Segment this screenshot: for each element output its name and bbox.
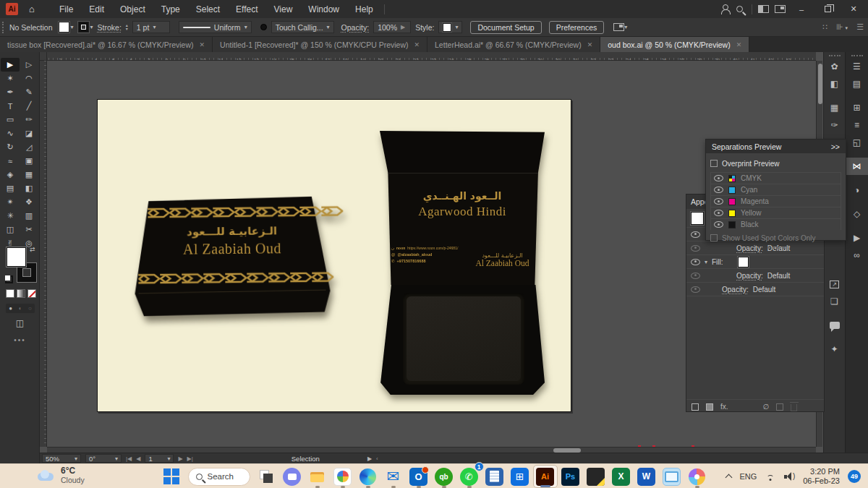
- restore-button[interactable]: [817, 0, 838, 18]
- default-fill-stroke-icon[interactable]: [4, 275, 13, 283]
- actions-panel-icon[interactable]: ▶: [846, 229, 868, 247]
- rectangle-tool[interactable]: ▭: [1, 113, 20, 127]
- none-button[interactable]: [27, 289, 36, 298]
- taskbar-movies-tv[interactable]: [660, 465, 684, 488]
- brushes-panel-icon[interactable]: ✑: [824, 116, 845, 134]
- taskbar-illustrator[interactable]: Ai: [533, 465, 558, 488]
- add-new-fill-icon[interactable]: [706, 403, 713, 411]
- menu-select[interactable]: Select: [188, 0, 228, 18]
- fill-color-swatch[interactable]: [738, 257, 749, 267]
- gradient-tool[interactable]: ◧: [20, 181, 38, 195]
- line-segment-tool[interactable]: ╱: [20, 99, 38, 113]
- visibility-eye-icon[interactable]: [691, 259, 700, 265]
- selection-tool[interactable]: ▶: [1, 58, 20, 72]
- properties-panel-icon[interactable]: ☰: [846, 58, 868, 75]
- opacity-link[interactable]: Opacity:: [736, 272, 763, 280]
- taskbar-calculator[interactable]: [482, 465, 507, 488]
- taskbar-store[interactable]: ⊞: [508, 465, 532, 488]
- document-setup-button[interactable]: Document Setup: [470, 21, 541, 34]
- status-back-icon[interactable]: ‹: [376, 455, 378, 462]
- align-glyphs-icon[interactable]: ⊪ ▾: [836, 22, 848, 32]
- menu-effect[interactable]: Effect: [228, 0, 265, 18]
- close-tab-icon[interactable]: ✕: [587, 41, 593, 48]
- volume-icon[interactable]: ): [784, 472, 795, 481]
- shaper-tool[interactable]: ∿: [1, 127, 20, 140]
- opacity-dropdown[interactable]: 100%▶: [373, 21, 411, 33]
- opacity-label[interactable]: Opacity:: [341, 23, 370, 32]
- stroke-weight-stepper[interactable]: ▴▾: [126, 24, 128, 31]
- wifi-icon[interactable]: [765, 472, 776, 481]
- artboards-panel-icon[interactable]: ⊞: [846, 99, 868, 116]
- magic-wand-panel-icon[interactable]: ✦: [824, 341, 845, 358]
- gradient-button[interactable]: [17, 289, 25, 298]
- screen-mode-icon[interactable]: ◫: [0, 318, 40, 328]
- vertical-scrollbar-thumb[interactable]: [818, 64, 822, 104]
- taskbar-excel[interactable]: X: [609, 465, 634, 488]
- artboard-tool[interactable]: ◫: [1, 223, 20, 236]
- control-bar-menu-icon[interactable]: ☰: [856, 22, 864, 32]
- menu-view[interactable]: View: [266, 0, 301, 18]
- visibility-eye-icon[interactable]: [691, 273, 700, 279]
- overprint-preview-checkbox[interactable]: [710, 160, 718, 167]
- minimize-button[interactable]: –: [791, 0, 812, 18]
- horizontal-ruler[interactable]: 1234567891011121314151617181920212223242…: [40, 52, 816, 61]
- slice-tool[interactable]: ✂: [20, 223, 38, 236]
- taskbar-file-explorer[interactable]: [305, 465, 330, 488]
- panel-resize-grip[interactable]: [767, 247, 785, 249]
- stroke-label[interactable]: Stroke:: [98, 23, 122, 32]
- tab-oud-box[interactable]: oud box.ai @ 50 % (CMYK/Preview)✕: [600, 37, 749, 52]
- previous-artboard-icon[interactable]: ◀: [136, 455, 140, 462]
- pathfinder-panel-icon[interactable]: ◱: [846, 134, 868, 151]
- separation-eye-icon[interactable]: [714, 187, 723, 193]
- artboard-number-dropdown[interactable]: 1▾: [145, 454, 174, 463]
- menu-help[interactable]: Help: [347, 0, 381, 18]
- taskbar-paint[interactable]: [685, 465, 710, 488]
- menu-type[interactable]: Type: [153, 0, 188, 18]
- style-dropdown[interactable]: ▾: [438, 21, 462, 33]
- stroke-color-dropdown[interactable]: ▾: [78, 22, 93, 33]
- direct-selection-tool[interactable]: ▷: [20, 58, 38, 72]
- preferences-button[interactable]: Preferences: [549, 21, 605, 34]
- rotate-tool[interactable]: ↻: [1, 140, 20, 154]
- shape-builder-tool[interactable]: ◈: [1, 168, 20, 181]
- taskbar-quickbooks[interactable]: qb: [432, 465, 456, 488]
- separation-eye-icon[interactable]: [714, 198, 723, 205]
- dock-grip[interactable]: [829, 55, 841, 56]
- taskbar-outlook[interactable]: O: [407, 465, 431, 488]
- close-tab-icon[interactable]: ✕: [736, 41, 742, 48]
- curvature-tool[interactable]: ✎: [20, 85, 38, 99]
- add-new-stroke-icon[interactable]: [692, 403, 699, 411]
- export-panel-icon[interactable]: ↗: [824, 275, 845, 293]
- spot-colors-only-checkbox[interactable]: [710, 234, 718, 241]
- comments-panel-icon[interactable]: [824, 317, 845, 334]
- asset-export-panel-icon[interactable]: ❏: [824, 293, 845, 310]
- taskbar-start-button[interactable]: [159, 465, 184, 488]
- close-tab-icon[interactable]: ✕: [200, 41, 205, 48]
- account-icon[interactable]: [720, 4, 731, 14]
- eraser-tool[interactable]: ◪: [20, 127, 38, 140]
- visibility-eye-icon[interactable]: [691, 231, 700, 238]
- swap-fill-stroke-icon[interactable]: ⇄: [30, 246, 35, 253]
- column-graph-tool[interactable]: ▥: [20, 209, 38, 223]
- swatches-panel-icon[interactable]: ▦: [824, 99, 845, 116]
- status-expand-icon[interactable]: ▶: [367, 455, 372, 462]
- hidden-icons-chevron[interactable]: [726, 474, 733, 481]
- first-artboard-icon[interactable]: |◀: [126, 455, 132, 462]
- menu-window[interactable]: Window: [300, 0, 347, 18]
- home-icon[interactable]: ⌂: [22, 4, 41, 14]
- magic-wand-tool[interactable]: ✶: [1, 72, 20, 85]
- search-icon[interactable]: [736, 6, 743, 12]
- clear-appearance-icon[interactable]: ∅: [763, 403, 770, 411]
- illustrator-app-icon[interactable]: Ai: [6, 3, 18, 15]
- taskbar-sticky-notes[interactable]: [584, 465, 608, 488]
- taskbar-mail[interactable]: ✉: [381, 465, 406, 488]
- mesh-tool[interactable]: ▤: [1, 181, 20, 195]
- taskbar-whatsapp[interactable]: ✆1: [457, 465, 482, 488]
- drawing-modes[interactable]: ● ◐ ○: [6, 304, 35, 313]
- lasso-tool[interactable]: ◠: [20, 72, 38, 85]
- fill-color-dropdown[interactable]: ▾: [59, 22, 74, 33]
- pen-tool[interactable]: ✒: [1, 85, 20, 99]
- scale-tool[interactable]: ◿: [20, 140, 38, 154]
- zoom-level-dropdown[interactable]: 50%▾: [42, 454, 81, 463]
- free-transform-tool[interactable]: ▣: [20, 154, 38, 168]
